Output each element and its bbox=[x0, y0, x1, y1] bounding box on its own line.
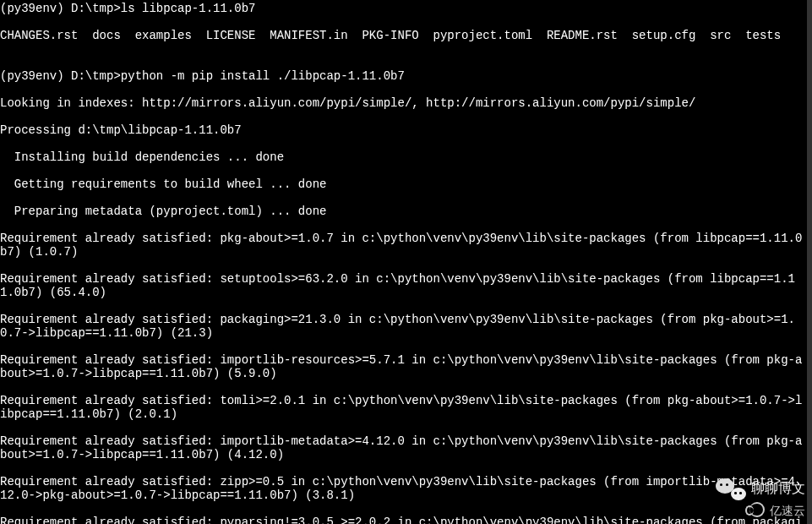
terminal-output[interactable]: (py39env) D:\tmp>ls libpcap-1.11.0b7 CHA… bbox=[0, 0, 807, 524]
terminal-line: Requirement already satisfied: importlib… bbox=[0, 434, 807, 461]
terminal-line: Requirement already satisfied: pyparsing… bbox=[0, 516, 807, 524]
terminal-line: Requirement already satisfied: zipp>=0.5… bbox=[0, 475, 807, 502]
terminal-line: (py39env) D:\tmp>python -m pip install .… bbox=[0, 69, 807, 83]
terminal-line: Looking in indexes: http://mirrors.aliyu… bbox=[0, 96, 807, 110]
scrollbar[interactable] bbox=[807, 0, 812, 524]
terminal-line: Requirement already satisfied: tomli>=2.… bbox=[0, 394, 807, 421]
terminal-line: CHANGES.rst docs examples LICENSE MANIFE… bbox=[0, 29, 807, 42]
terminal-line: Processing d:\tmp\libpcap-1.11.0b7 bbox=[0, 123, 807, 137]
terminal-line: Requirement already satisfied: setuptool… bbox=[0, 272, 807, 299]
terminal-line: Preparing metadata (pyproject.toml) ... … bbox=[0, 205, 807, 218]
terminal-line: Requirement already satisfied: pkg-about… bbox=[0, 232, 807, 259]
terminal-line: (py39env) D:\tmp>ls libpcap-1.11.0b7 bbox=[0, 2, 807, 15]
terminal-line: Requirement already satisfied: importlib… bbox=[0, 353, 807, 380]
terminal-line: Getting requirements to build wheel ... … bbox=[0, 177, 807, 191]
terminal-line: Requirement already satisfied: packaging… bbox=[0, 313, 807, 340]
terminal-line: Installing build dependencies ... done bbox=[0, 150, 807, 164]
